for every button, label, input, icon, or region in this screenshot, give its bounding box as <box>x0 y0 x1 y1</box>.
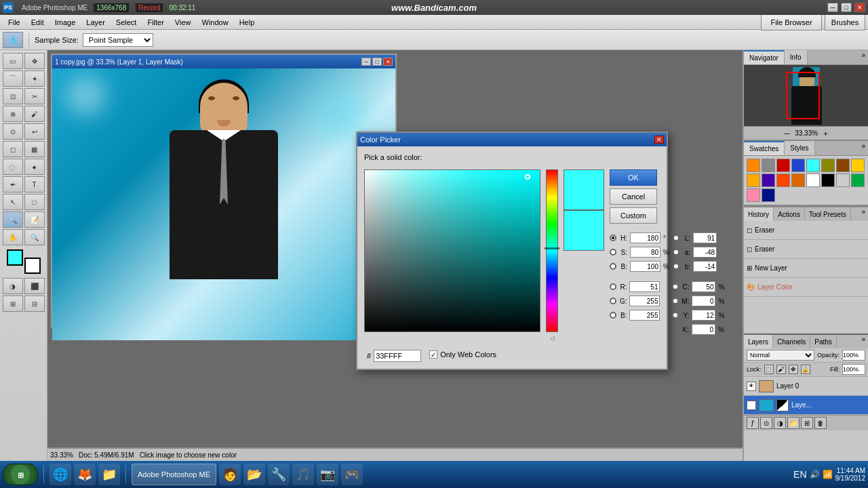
adjustment-layer-btn[interactable]: ◑ <box>774 417 786 429</box>
gradient-tool[interactable]: ▦ <box>24 141 45 157</box>
tab-styles[interactable]: Styles <box>785 141 814 155</box>
marquee-tool[interactable]: ▭ <box>3 53 23 69</box>
only-web-colors-checkbox[interactable] <box>429 350 437 359</box>
swatch-blue[interactable] <box>791 159 805 172</box>
radio-h[interactable] <box>610 235 616 241</box>
image-canvas[interactable] <box>52 68 395 340</box>
win-close-btn[interactable]: ✕ <box>854 3 865 12</box>
input-b-bright[interactable] <box>630 261 660 272</box>
input-s[interactable] <box>630 247 660 258</box>
magic-wand-tool[interactable]: ✦ <box>24 70 45 87</box>
history-item-layer-color[interactable]: 🎨 Layer Color <box>744 278 868 297</box>
panel-options-btn[interactable]: » <box>859 50 868 64</box>
menu-select[interactable]: Select <box>111 17 142 28</box>
image-minimize-btn[interactable]: ─ <box>361 58 371 66</box>
layer0-visibility-icon[interactable]: 👁 <box>747 382 756 391</box>
brush-tool[interactable]: 🖌 <box>24 106 45 122</box>
radio-a[interactable] <box>673 249 679 256</box>
hex-input[interactable] <box>374 350 421 362</box>
tab-layers[interactable]: Layers <box>744 335 773 348</box>
radio-r[interactable] <box>610 283 616 290</box>
tab-swatches[interactable]: Swatches <box>744 141 785 155</box>
swatch-pink[interactable] <box>747 188 760 202</box>
color-picker-cancel-btn[interactable]: Cancel <box>610 188 657 205</box>
eraser-tool[interactable]: ◻ <box>3 141 23 157</box>
tab-info[interactable]: Info <box>785 50 808 64</box>
opacity-input[interactable] <box>842 350 865 361</box>
add-mask-btn[interactable]: ⊙ <box>760 417 772 429</box>
path-select-tool[interactable]: ↖ <box>3 194 23 210</box>
shape-tool[interactable]: □ <box>24 194 45 210</box>
input-k[interactable] <box>692 324 715 335</box>
image-close-btn[interactable]: ✕ <box>383 58 393 66</box>
tab-tool-presets[interactable]: Tool Presets <box>805 207 851 221</box>
input-l[interactable] <box>693 232 717 243</box>
tab-channels[interactable]: Channels <box>773 335 810 348</box>
taskbar-folder-icon[interactable]: 📂 <box>243 464 265 485</box>
swatch-green[interactable] <box>851 174 865 187</box>
history-item-eraser1[interactable]: ◻ Eraser <box>744 221 868 240</box>
swatch-navy[interactable] <box>762 188 775 202</box>
healing-tool[interactable]: ⊕ <box>3 106 23 122</box>
swatch-purple[interactable] <box>762 174 775 187</box>
layer-item-layer0[interactable]: 👁 Layer 0 <box>744 377 868 396</box>
input-c[interactable] <box>692 281 715 292</box>
radio-blue[interactable] <box>610 312 616 319</box>
quick-mask-btn[interactable]: ◑ <box>3 278 23 294</box>
fill-input[interactable] <box>842 364 865 375</box>
menu-layer[interactable]: Layer <box>81 17 111 28</box>
input-r[interactable] <box>629 281 660 292</box>
pen-tool[interactable]: ✒ <box>3 176 23 192</box>
new-color-swatch[interactable] <box>564 169 604 210</box>
lasso-tool[interactable]: ⌒ <box>3 70 23 87</box>
mask-visibility-icon[interactable]: 👁 <box>747 401 756 410</box>
image-maximize-btn[interactable]: □ <box>372 58 382 66</box>
start-button[interactable]: ⊞ <box>3 464 38 485</box>
nav-zoom-in[interactable]: + <box>821 129 830 138</box>
swatch-gray[interactable] <box>762 159 775 172</box>
swatch-dark-orange[interactable] <box>791 174 805 187</box>
blur-tool[interactable]: ◌ <box>3 159 23 175</box>
hue-slider[interactable] <box>546 169 558 332</box>
taskbar-ball-icon[interactable]: 🎮 <box>341 464 363 485</box>
color-gradient-picker[interactable] <box>364 169 540 332</box>
nav-zoom-out[interactable]: ─ <box>781 129 792 138</box>
taskbar-ps-app[interactable]: Adobe Photoshop ME <box>132 464 216 485</box>
menu-help[interactable]: Help <box>234 17 260 28</box>
history-brush-tool[interactable]: ↩ <box>24 123 45 140</box>
tab-history[interactable]: History <box>744 207 774 221</box>
record-button[interactable]: Record <box>135 3 163 13</box>
tab-navigator[interactable]: Navigator <box>744 50 785 64</box>
tab-actions[interactable]: Actions <box>774 207 805 221</box>
win-min-btn[interactable]: ─ <box>827 3 838 12</box>
taskbar-explorer-icon[interactable]: 📁 <box>98 464 120 485</box>
swatch-white[interactable] <box>806 174 820 187</box>
taskbar-media-icon[interactable]: 🎵 <box>292 464 314 485</box>
layer-item-mask[interactable]: 👁 Laye... <box>744 396 868 415</box>
radio-b-bright[interactable] <box>610 263 616 270</box>
blend-mode-select[interactable]: Normal <box>747 350 814 361</box>
taskbar-camera-icon[interactable]: 📷 <box>317 464 338 485</box>
win-max-btn[interactable]: □ <box>841 3 852 12</box>
input-h[interactable] <box>630 232 660 243</box>
taskbar-ie-icon[interactable]: 🌐 <box>50 464 71 485</box>
swatch-red2[interactable] <box>776 174 790 187</box>
swatch-red[interactable] <box>776 159 790 172</box>
screen-mode-btn[interactable]: ⬛ <box>24 278 45 294</box>
radio-g[interactable] <box>610 298 616 304</box>
background-color[interactable] <box>24 258 41 274</box>
input-g[interactable] <box>629 296 660 306</box>
sample-size-select[interactable]: Point Sample 3 by 3 Average 5 by 5 Avera… <box>83 33 153 47</box>
color-picker-close-btn[interactable]: ✕ <box>654 136 664 144</box>
input-blue[interactable] <box>629 310 660 321</box>
color-picker-custom-btn[interactable]: Custom <box>610 207 657 224</box>
slice-tool[interactable]: ✂ <box>24 88 45 104</box>
foreground-color[interactable] <box>7 249 23 266</box>
lock-transparent-btn[interactable]: ⬚ <box>764 365 774 374</box>
notes-tool[interactable]: 📝 <box>24 211 45 228</box>
input-a[interactable] <box>693 247 717 258</box>
swatch-light-gray[interactable] <box>836 174 850 187</box>
menu-view[interactable]: View <box>170 17 197 28</box>
brushes-btn[interactable]: Brushes <box>825 14 865 30</box>
swatch-brown[interactable] <box>836 159 850 172</box>
